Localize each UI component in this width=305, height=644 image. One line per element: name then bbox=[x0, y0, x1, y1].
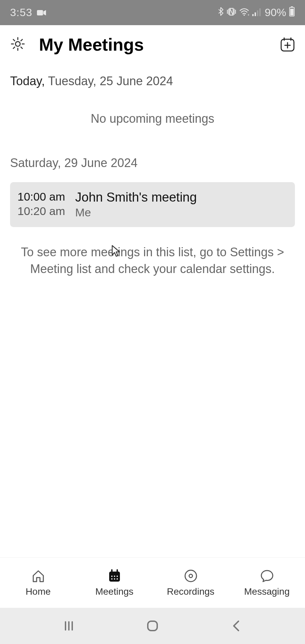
record-icon bbox=[184, 569, 198, 583]
svg-point-1 bbox=[244, 14, 245, 16]
back-button[interactable] bbox=[228, 618, 244, 634]
nav-home[interactable]: Home bbox=[0, 558, 76, 608]
nav-meetings-label: Meetings bbox=[95, 586, 134, 597]
wifi-icon: + bbox=[239, 6, 249, 19]
meeting-info: John Smith's meeting Me bbox=[75, 190, 197, 219]
svg-point-10 bbox=[15, 42, 20, 46]
content-area: Today, Tuesday, 25 June 2024 No upcoming… bbox=[0, 61, 305, 278]
battery-icon bbox=[289, 6, 295, 19]
svg-rect-0 bbox=[37, 10, 43, 15]
nav-messaging-label: Messaging bbox=[244, 586, 290, 597]
meeting-start-time: 10:00 am bbox=[17, 190, 65, 203]
home-button[interactable] bbox=[144, 618, 161, 634]
meeting-title: John Smith's meeting bbox=[75, 190, 197, 205]
no-meetings-message: No upcoming meetings bbox=[10, 112, 295, 126]
today-date: Tuesday, 25 June 2024 bbox=[48, 74, 173, 88]
future-date-header: Saturday, 29 June 2024 bbox=[10, 156, 295, 170]
vibrate-icon bbox=[226, 6, 236, 19]
settings-hint: To see more meetings in this list, go to… bbox=[10, 244, 295, 278]
svg-rect-30 bbox=[148, 621, 157, 631]
meeting-host: Me bbox=[75, 206, 197, 219]
home-icon bbox=[31, 569, 45, 583]
nav-home-label: Home bbox=[26, 586, 51, 597]
signal-icon bbox=[252, 6, 261, 19]
svg-point-26 bbox=[189, 574, 192, 578]
meeting-times: 10:00 am 10:20 am bbox=[17, 190, 65, 219]
svg-point-22 bbox=[111, 578, 113, 580]
add-meeting-button[interactable] bbox=[280, 37, 295, 52]
svg-rect-4 bbox=[255, 12, 256, 16]
status-right: + 90% bbox=[218, 6, 295, 19]
system-nav-bar bbox=[0, 608, 305, 644]
chat-icon bbox=[260, 569, 274, 583]
today-label: Today, bbox=[10, 74, 45, 88]
bottom-nav: Home Meetings Recordings Messaging bbox=[0, 557, 305, 608]
svg-point-19 bbox=[111, 576, 113, 577]
nav-messaging[interactable]: Messaging bbox=[229, 558, 305, 608]
svg-point-21 bbox=[117, 576, 118, 577]
svg-point-20 bbox=[114, 576, 115, 577]
page-title: My Meetings bbox=[39, 35, 267, 55]
calendar-icon bbox=[107, 569, 122, 583]
svg-rect-9 bbox=[290, 9, 294, 15]
status-left: 3:53 bbox=[10, 6, 46, 19]
nav-recordings-label: Recordings bbox=[167, 586, 215, 597]
svg-point-23 bbox=[114, 578, 115, 580]
status-bar: 3:53 + 90% bbox=[0, 0, 305, 25]
nav-recordings[interactable]: Recordings bbox=[152, 558, 229, 608]
meeting-card[interactable]: 10:00 am 10:20 am John Smith's meeting M… bbox=[10, 182, 295, 227]
svg-rect-5 bbox=[257, 10, 258, 16]
svg-rect-6 bbox=[259, 8, 261, 16]
svg-text:+: + bbox=[248, 13, 249, 16]
nav-meetings[interactable]: Meetings bbox=[76, 558, 152, 608]
svg-point-25 bbox=[185, 570, 197, 582]
meeting-end-time: 10:20 am bbox=[17, 205, 65, 218]
video-camera-icon bbox=[37, 6, 46, 19]
bluetooth-icon bbox=[218, 6, 224, 19]
status-time: 3:53 bbox=[10, 6, 32, 19]
svg-point-24 bbox=[117, 578, 118, 580]
app-header: My Meetings bbox=[0, 25, 305, 61]
recents-button[interactable] bbox=[61, 618, 77, 634]
gear-icon[interactable] bbox=[10, 36, 26, 53]
today-date-line: Today, Tuesday, 25 June 2024 bbox=[10, 74, 295, 88]
svg-rect-3 bbox=[252, 14, 254, 16]
battery-percentage: 90% bbox=[265, 6, 286, 19]
